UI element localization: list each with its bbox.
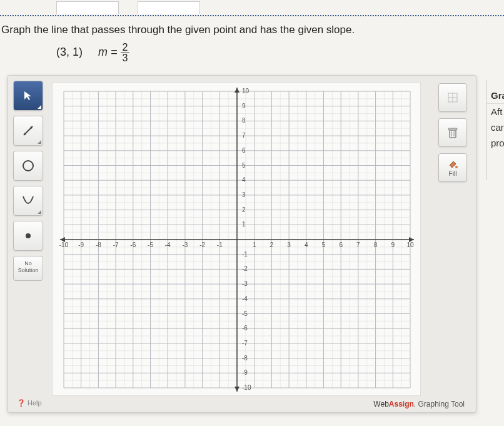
tool-palette: No Solution (13, 81, 46, 281)
point-tool[interactable] (13, 221, 43, 251)
footer-web: Web (373, 400, 388, 408)
svg-text:-10: -10 (59, 241, 69, 248)
side-gra: Gra (487, 88, 504, 103)
svg-text:2: 2 (242, 206, 246, 213)
svg-rect-136 (450, 130, 456, 138)
side-pro: pro (487, 135, 504, 151)
stub-1 (56, 1, 119, 14)
pointer-icon (23, 90, 34, 101)
fill-label: Fill (449, 170, 457, 177)
svg-point-4 (26, 233, 31, 238)
svg-text:4: 4 (242, 176, 246, 183)
svg-text:-9: -9 (242, 369, 248, 376)
footer-tool: . Graphing Tool (414, 400, 465, 408)
svg-text:7: 7 (356, 241, 360, 248)
footer-assign: Assign (389, 400, 414, 408)
clear-graph-button[interactable] (438, 83, 467, 112)
svg-text:10: 10 (242, 88, 249, 94)
no-solution-line2: Solution (14, 267, 43, 274)
svg-text:6: 6 (339, 241, 343, 248)
svg-text:-7: -7 (113, 241, 119, 248)
svg-text:-8: -8 (96, 241, 101, 248)
point-label: (3, 1) (56, 46, 83, 58)
help-icon: ❓ (17, 399, 26, 407)
svg-text:-4: -4 (242, 295, 248, 302)
parabola-icon (21, 194, 35, 208)
slope-fraction: 2 3 (121, 43, 130, 63)
fill-icon (447, 159, 458, 169)
svg-text:-6: -6 (242, 325, 248, 332)
point-icon (24, 232, 32, 240)
svg-text:1: 1 (242, 221, 246, 228)
help-button[interactable]: ❓ Help (17, 399, 42, 407)
svg-text:9: 9 (391, 241, 395, 248)
svg-text:-9: -9 (78, 241, 84, 248)
svg-text:3: 3 (287, 241, 291, 248)
svg-text:6: 6 (242, 147, 246, 154)
line-icon (22, 124, 34, 137)
divider (0, 15, 504, 16)
svg-text:-8: -8 (242, 355, 248, 362)
coordinate-plane[interactable]: -10-9-8-7-6-5-4-3-2-112345678910-10-9-8-… (52, 82, 421, 396)
help-label: Help (28, 399, 42, 407)
side-info-panel: Gra Aft car pro (486, 80, 504, 180)
side-car: car (487, 119, 504, 135)
parameters: (3, 1) m = 2 3 (0, 43, 504, 63)
svg-text:-2: -2 (242, 265, 248, 272)
slope-denominator: 3 (121, 53, 130, 63)
grid-svg: -10-9-8-7-6-5-4-3-2-112345678910-10-9-8-… (53, 83, 421, 397)
svg-text:5: 5 (242, 162, 246, 169)
svg-text:-2: -2 (199, 241, 205, 248)
svg-text:-5: -5 (148, 241, 153, 248)
right-tool-palette: Fill (438, 83, 470, 188)
svg-text:9: 9 (242, 103, 246, 109)
stub-2 (138, 1, 200, 14)
svg-text:1: 1 (253, 241, 256, 248)
svg-text:8: 8 (242, 117, 246, 124)
svg-point-140 (455, 166, 458, 168)
footer-branding: WebAssign. Graphing Tool (373, 400, 465, 408)
svg-text:7: 7 (242, 132, 246, 139)
top-input-stubs (56, 1, 200, 14)
svg-text:-5: -5 (242, 310, 248, 317)
trash-button[interactable] (438, 118, 467, 147)
side-aft: Aft (487, 103, 504, 119)
slope-var: m = (98, 46, 118, 58)
graph-clear-icon (446, 91, 459, 104)
no-solution-line1: No (14, 260, 43, 267)
svg-text:10: 10 (406, 241, 414, 248)
svg-text:4: 4 (305, 241, 308, 248)
instruction-text: Graph the line that passes through the g… (0, 21, 504, 43)
svg-text:5: 5 (322, 241, 326, 248)
svg-text:-1: -1 (242, 251, 248, 258)
circle-tool[interactable] (13, 151, 43, 181)
parabola-tool[interactable] (13, 186, 43, 216)
svg-rect-137 (448, 128, 457, 130)
svg-text:3: 3 (242, 191, 246, 198)
slope-numerator: 2 (121, 43, 130, 53)
no-solution-button[interactable]: No Solution (13, 256, 43, 281)
fill-button[interactable]: Fill (438, 153, 467, 182)
svg-text:-3: -3 (182, 241, 188, 248)
svg-text:8: 8 (374, 241, 378, 248)
pointer-tool[interactable] (13, 81, 43, 111)
svg-marker-92 (234, 387, 239, 392)
svg-text:-3: -3 (242, 280, 248, 287)
graphing-tool-panel: No Solution -10-9-8-7-6-5-4-3-2-11234567… (8, 75, 476, 413)
svg-marker-91 (234, 88, 239, 93)
svg-point-3 (23, 161, 33, 171)
svg-text:2: 2 (270, 241, 274, 248)
svg-text:-7: -7 (242, 340, 248, 347)
trash-icon (447, 126, 458, 139)
circle-icon (21, 159, 35, 173)
svg-text:-6: -6 (130, 241, 136, 248)
svg-text:-1: -1 (217, 241, 223, 248)
line-tool[interactable] (13, 116, 43, 146)
svg-text:-10: -10 (242, 384, 251, 391)
svg-text:-4: -4 (165, 241, 171, 248)
